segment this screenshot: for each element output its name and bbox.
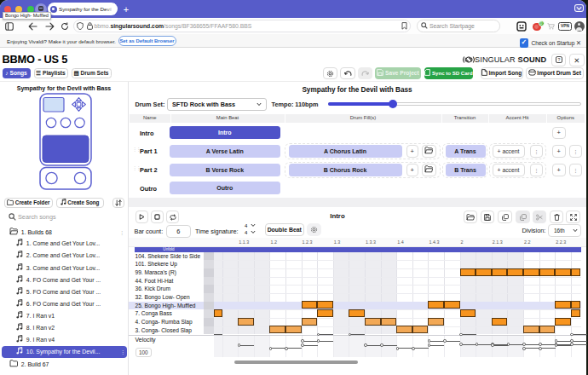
svg-text:?: ?: [557, 57, 560, 62]
